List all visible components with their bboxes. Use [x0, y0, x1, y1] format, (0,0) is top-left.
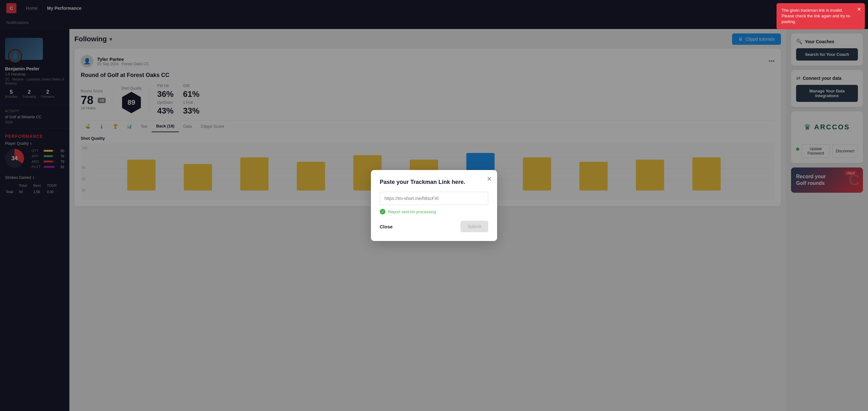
success-message-row: ✓ Report sent for processing [380, 209, 488, 215]
modal-close-button[interactable]: Close [380, 224, 393, 229]
trackman-link-input[interactable] [380, 192, 488, 205]
modal-close-x-button[interactable]: ✕ [487, 175, 492, 183]
success-message: Report sent for processing [388, 210, 436, 214]
success-icon: ✓ [380, 209, 385, 215]
modal-title: Paste your Trackman Link here. [380, 179, 488, 186]
error-toast-message: The given trackman link is invalid. Plea… [782, 8, 851, 24]
trackman-modal: Paste your Trackman Link here. ✕ ✓ Repor… [371, 170, 497, 241]
error-toast-close[interactable]: ✕ [857, 6, 861, 12]
error-toast: The given trackman link is invalid. Plea… [777, 3, 865, 29]
modal-submit-button[interactable]: Submit [461, 221, 488, 232]
modal-overlay: Paste your Trackman Link here. ✕ ✓ Repor… [0, 0, 868, 411]
modal-footer: Close Submit [380, 221, 488, 232]
